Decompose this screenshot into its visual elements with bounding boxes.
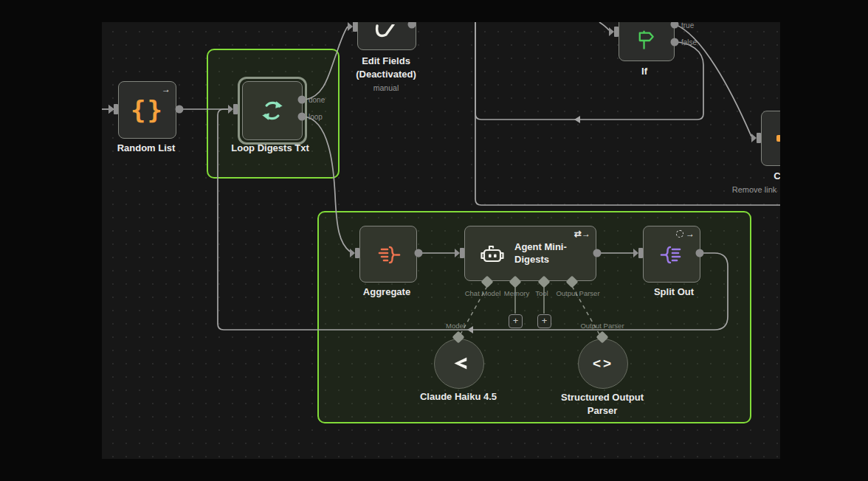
loop-arrow-icon: ⇄→ <box>574 229 590 238</box>
arrowhead-left <box>574 116 580 123</box>
arrowhead-right <box>108 105 114 114</box>
port-label-model: Model <box>446 322 465 330</box>
node-label-sop: Structured Output Parser <box>554 391 650 417</box>
node-loop-digests[interactable] <box>242 81 303 140</box>
curly-braces-icon: {} <box>131 95 164 125</box>
node-if[interactable] <box>619 22 675 61</box>
trigger-arrow-icon: → <box>162 85 170 94</box>
merge-brace-icon <box>376 243 401 266</box>
node-loop-digests-selected-ring <box>238 77 307 145</box>
add-memory-button[interactable]: + <box>509 314 523 328</box>
add-tool-button[interactable]: + <box>537 314 551 328</box>
robot-icon <box>480 243 505 265</box>
port-label-loop: loop <box>309 113 323 121</box>
node-label-aggregate: Aggregate <box>363 286 410 297</box>
refresh-loop-icon <box>258 97 286 125</box>
node-aggregate[interactable] <box>359 226 417 283</box>
port-label-chat-model: Chat Model <box>465 289 501 297</box>
signpost-icon <box>636 30 658 52</box>
connection-done-editfields <box>306 27 348 100</box>
node-label-random-list: Random List <box>117 142 176 153</box>
workflow-canvas[interactable]: {} → <box>102 22 780 459</box>
node-label-loop: Loop Digests Txt <box>231 142 309 153</box>
node-split-out[interactable]: → <box>643 226 700 283</box>
node-random-list[interactable]: {} → <box>118 81 176 139</box>
port-label-sop-output-parser: Output Parser <box>580 322 624 330</box>
connection-top-if <box>599 22 609 30</box>
node-label-split-out: Split Out <box>654 286 694 297</box>
node-sublabel-manual: manual <box>373 83 399 92</box>
node-label-claude: Claude Haiku 4.5 <box>420 391 497 402</box>
split-brace-icon <box>660 243 683 266</box>
workflow-editor: {} → <box>0 0 868 481</box>
agent-node-title: Agent Mini-Digests <box>514 241 591 266</box>
connection-loop-aggregate <box>304 117 350 252</box>
port-label-memory: Memory <box>504 289 529 297</box>
port-label-output-parser: Output Parser <box>556 289 599 297</box>
split-arrow-icon: → <box>676 229 695 238</box>
node-claude-haiku[interactable] <box>434 339 484 389</box>
node-label-clipped: C <box>774 170 780 181</box>
node-agent[interactable]: Agent Mini-Digests ⇄→ <box>464 226 596 281</box>
node-clipped-right[interactable] <box>761 111 780 166</box>
claude-chevron-icon <box>448 353 470 374</box>
node-label-edit-fields-status: (Deactivated) <box>356 69 416 80</box>
node-label-edit-fields: Edit Fields <box>362 55 410 66</box>
orange-icon-fragment <box>776 135 780 142</box>
port-label-true: true <box>681 22 694 30</box>
pen-icon <box>358 22 416 49</box>
node-label-if: If <box>641 66 647 77</box>
node-edit-fields[interactable] <box>357 22 416 50</box>
port-label-done: done <box>309 96 325 104</box>
port-label-tool: Tool <box>535 289 548 297</box>
remove-link-hint[interactable]: Remove link <box>732 185 777 194</box>
angle-brackets-icon: <> <box>593 356 613 372</box>
port-label-false: false <box>681 38 697 46</box>
arrowhead-left <box>467 326 473 333</box>
node-structured-output-parser[interactable]: <> <box>578 339 628 389</box>
